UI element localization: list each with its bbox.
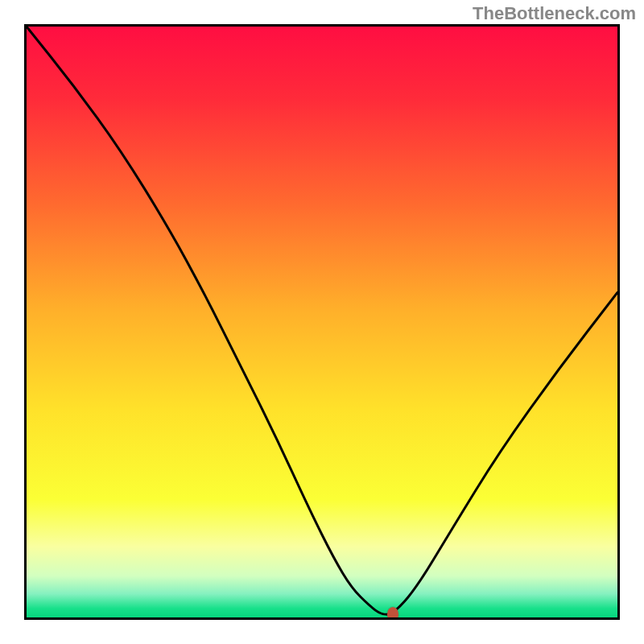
plot-area <box>24 24 620 620</box>
watermark-text: TheBottleneck.com <box>473 3 636 24</box>
bottleneck-curve <box>27 27 617 617</box>
optimal-point-marker <box>387 607 398 620</box>
chart-frame: TheBottleneck.com <box>0 0 644 644</box>
